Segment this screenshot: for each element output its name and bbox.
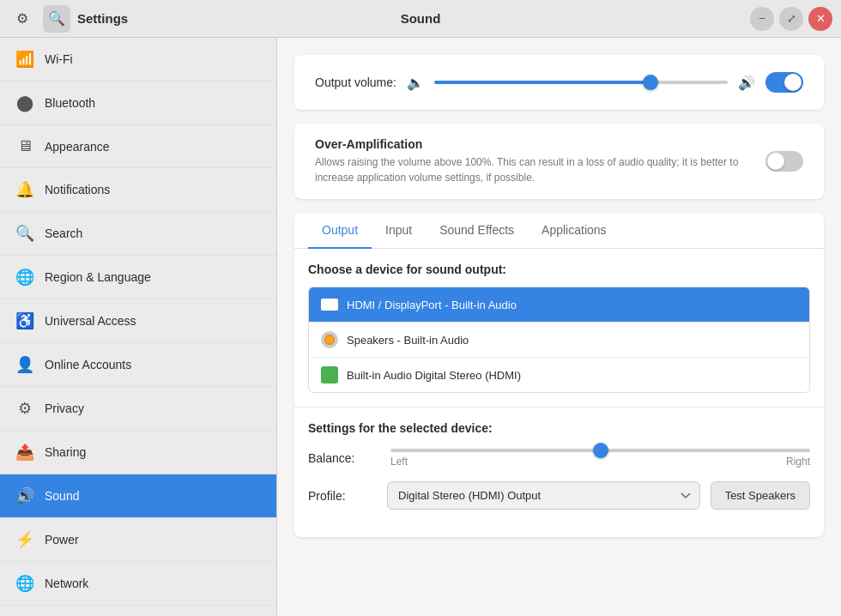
- toggle-knob: [784, 74, 802, 91]
- overamp-text: Over-Amplification Allows raising the vo…: [315, 137, 752, 185]
- sound-icon: 🔊: [15, 486, 34, 505]
- sidebar-label-universal-access: Universal Access: [45, 314, 136, 328]
- sharing-icon: 📤: [15, 443, 34, 462]
- sidebar-item-online-accounts[interactable]: 👤 Online Accounts: [0, 343, 276, 387]
- device-settings-title: Settings for the selected device:: [308, 421, 810, 435]
- volume-card: Output volume: 🔈 🔊: [294, 55, 824, 110]
- sidebar-item-wifi[interactable]: 📶 Wi-Fi: [0, 38, 276, 82]
- overamp-toggle-knob: [767, 153, 784, 170]
- device-settings: Settings for the selected device: Balanc…: [294, 407, 824, 537]
- sidebar-label-notifications: Notifications: [45, 183, 110, 196]
- sidebar-item-sound[interactable]: 🔊 Sound: [0, 474, 276, 518]
- titlebar-left: ⚙ 🔍 Settings: [9, 5, 180, 33]
- tab-sound-effects[interactable]: Sound Effects: [426, 213, 528, 249]
- balance-label: Balance:: [308, 451, 377, 465]
- gear-icon[interactable]: ⚙: [9, 5, 36, 33]
- wifi-icon: 📶: [15, 50, 34, 69]
- universal-access-icon: ♿: [15, 311, 34, 330]
- power-icon: ⚡: [15, 530, 34, 549]
- volume-high-icon: 🔊: [738, 75, 755, 91]
- overamp-card: Over-Amplification Allows raising the vo…: [294, 124, 824, 199]
- titlebar: ⚙ 🔍 Settings Sound − ⤢ ✕: [0, 0, 841, 38]
- sidebar-label-sharing: Sharing: [45, 445, 86, 459]
- hdmi-icon: [321, 296, 338, 313]
- sidebar-label-region: Region & Language: [45, 270, 151, 284]
- test-speakers-button[interactable]: Test Speakers: [711, 481, 810, 510]
- sidebar-item-network[interactable]: 🌐 Network: [0, 562, 276, 606]
- sidebar-item-notifications[interactable]: 🔔 Notifications: [0, 168, 276, 212]
- device-item-hdmi[interactable]: HDMI / DisplayPort - Built-in Audio: [309, 287, 809, 323]
- profile-label: Profile:: [308, 489, 377, 503]
- sidebar-label-search: Search: [45, 226, 82, 240]
- sidebar-item-privacy[interactable]: ⚙ Privacy: [0, 387, 276, 431]
- tab-applications[interactable]: Applications: [528, 213, 620, 249]
- sidebar-item-power[interactable]: ⚡ Power: [0, 518, 276, 562]
- speaker-icon: [321, 331, 338, 348]
- network-icon: 🌐: [15, 574, 34, 593]
- device-item-speakers[interactable]: Speakers - Built-in Audio: [309, 323, 809, 358]
- sidebar-label-online-accounts: Online Accounts: [45, 358, 131, 371]
- overamp-toggle[interactable]: [765, 151, 803, 172]
- appearance-icon: 🖥: [15, 137, 34, 155]
- balance-row: Balance: Left Right: [308, 449, 810, 468]
- sidebar-label-appearance: Appearance: [45, 140, 110, 154]
- balance-labels: Left Right: [390, 456, 810, 468]
- device-label-speakers: Speakers - Built-in Audio: [347, 334, 469, 347]
- privacy-icon: ⚙: [15, 399, 34, 418]
- sidebar-label-privacy: Privacy: [45, 402, 84, 415]
- bluetooth-icon: ⬤: [15, 94, 34, 112]
- builtin-icon: [321, 366, 338, 383]
- profile-row: Profile: Digital Stereo (HDMI) Output Di…: [308, 481, 810, 510]
- device-label-hdmi: HDMI / DisplayPort - Built-in Audio: [347, 299, 517, 311]
- sidebar-item-search[interactable]: 🔍 Search: [0, 212, 276, 256]
- tab-output[interactable]: Output: [308, 213, 372, 249]
- window-title: Sound: [180, 11, 661, 26]
- notifications-icon: 🔔: [15, 180, 34, 199]
- device-item-builtin[interactable]: Built-in Audio Digital Stereo (HDMI): [309, 358, 809, 392]
- minimize-button[interactable]: −: [750, 7, 774, 31]
- maximize-button[interactable]: ⤢: [779, 7, 803, 31]
- sidebar-label-bluetooth: Bluetooth: [45, 96, 95, 110]
- balance-left-label: Left: [390, 456, 408, 468]
- sidebar-label-wifi: Wi-Fi: [45, 52, 73, 66]
- online-accounts-icon: 👤: [15, 355, 34, 374]
- device-label-builtin: Built-in Audio Digital Stereo (HDMI): [347, 369, 521, 382]
- region-icon: 🌐: [15, 268, 34, 287]
- sidebar-item-universal-access[interactable]: ♿ Universal Access: [0, 299, 276, 343]
- balance-slider[interactable]: [390, 449, 810, 452]
- search-icon[interactable]: 🔍: [43, 5, 70, 33]
- sidebar-label-power: Power: [45, 533, 79, 547]
- sidebar-item-appearance[interactable]: 🖥 Appearance: [0, 125, 276, 168]
- sidebar-item-bluetooth[interactable]: ⬤ Bluetooth: [0, 82, 276, 125]
- sidebar-item-region[interactable]: 🌐 Region & Language: [0, 256, 276, 299]
- volume-label: Output volume:: [315, 75, 396, 89]
- sidebar-label-network: Network: [45, 577, 88, 590]
- overamp-title: Over-Amplification: [315, 137, 752, 151]
- sidebar: 📶 Wi-Fi ⬤ Bluetooth 🖥 Appearance 🔔 Notif…: [0, 38, 277, 616]
- app-title: Settings: [77, 11, 128, 26]
- volume-toggle[interactable]: [765, 72, 803, 93]
- device-prompt: Choose a device for sound output:: [308, 263, 810, 276]
- main-content: Output volume: 🔈 🔊 Over-Amplification Al…: [277, 38, 841, 616]
- sidebar-label-sound: Sound: [45, 489, 79, 503]
- titlebar-controls: − ⤢ ✕: [661, 7, 832, 31]
- device-list: HDMI / DisplayPort - Built-in Audio Spea…: [308, 287, 810, 393]
- balance-slider-wrap: Left Right: [390, 449, 810, 468]
- volume-slider-wrap: [434, 81, 728, 84]
- close-button[interactable]: ✕: [808, 7, 832, 31]
- sidebar-item-sharing[interactable]: 📤 Sharing: [0, 431, 276, 474]
- tab-input[interactable]: Input: [372, 213, 426, 249]
- profile-select[interactable]: Digital Stereo (HDMI) Output Digital Sur…: [387, 481, 700, 510]
- tabs-card: Output Input Sound Effects Applications …: [294, 213, 824, 537]
- volume-slider[interactable]: [434, 81, 728, 84]
- tabs-header: Output Input Sound Effects Applications: [294, 213, 824, 249]
- main-layout: 📶 Wi-Fi ⬤ Bluetooth 🖥 Appearance 🔔 Notif…: [0, 38, 841, 616]
- volume-low-icon: 🔈: [407, 75, 424, 91]
- balance-right-label: Right: [786, 456, 810, 468]
- overamp-description: Allows raising the volume above 100%. Th…: [315, 154, 752, 185]
- tabs-content: Choose a device for sound output: HDMI /…: [294, 249, 824, 407]
- search-sidebar-icon: 🔍: [15, 224, 34, 243]
